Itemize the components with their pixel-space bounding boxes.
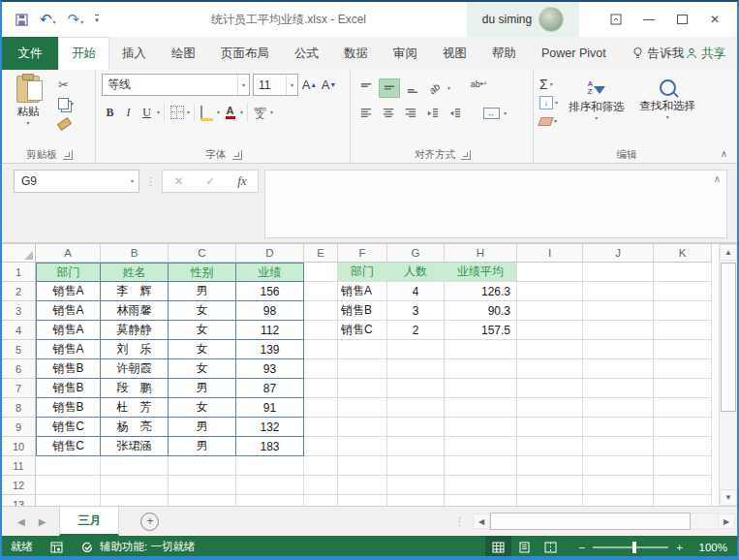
vertical-scrollbar[interactable]: ▲ ▼ [719,244,737,506]
cell-E10[interactable] [304,437,338,456]
cell-H5[interactable] [445,340,517,359]
cell-D6[interactable]: 93 [236,359,304,379]
redo-button[interactable]: ↷ ▾ [68,13,84,26]
cell-E11[interactable] [304,456,338,476]
cell-C4[interactable]: 女 [169,321,236,340]
cell-D5[interactable]: 139 [236,340,304,359]
row-header-10[interactable]: 10 [2,437,36,456]
share-button[interactable]: 共享 [686,37,725,70]
cell-B8[interactable]: 杜 芳 [101,398,169,418]
cell-E7[interactable] [304,379,338,398]
cell-H8[interactable] [445,398,517,418]
cell-E8[interactable] [304,398,338,418]
cell-B6[interactable]: 许朝霞 [101,359,169,379]
row-header-12[interactable]: 12 [2,476,36,495]
row-header-13[interactable]: 13 [2,495,36,506]
cell-J2[interactable] [583,282,654,301]
avatar[interactable] [539,7,564,32]
page-layout-view-button[interactable] [511,536,538,558]
cell-J8[interactable] [583,398,654,418]
row-header-3[interactable]: 3 [2,301,36,321]
new-sheet-button[interactable]: + [140,513,159,531]
cell-H1[interactable]: 业绩平均 [445,263,517,282]
autosum-button[interactable]: Σ▾ [539,77,558,92]
cell-F12[interactable] [338,476,387,495]
select-all-corner[interactable] [2,244,36,263]
undo-button[interactable]: ↶ ▾ [40,13,56,26]
tab-8[interactable]: 帮助 [479,37,529,70]
collapse-ribbon-button[interactable]: ∧ [721,148,727,159]
cell-E6[interactable] [304,359,338,379]
cell-B3[interactable]: 林雨馨 [101,301,169,321]
find-select-button[interactable]: 查找和选择 ▾ [635,74,701,121]
alignment-dialog-launcher[interactable] [461,150,471,160]
increase-font-size-button[interactable]: A▲ [301,76,318,94]
cell-E12[interactable] [304,476,338,495]
cell-E2[interactable] [304,282,338,301]
cell-D2[interactable]: 156 [236,282,304,301]
confirm-entry-button[interactable]: ✓ [205,174,215,188]
tab-3[interactable]: 页面布局 [208,37,282,70]
cell-I10[interactable] [517,437,583,456]
cell-C6[interactable]: 女 [169,359,236,379]
cell-B12[interactable] [101,476,169,495]
ribbon-display-options-button[interactable] [600,2,632,37]
cell-I4[interactable] [517,321,583,340]
cell-F3[interactable]: 销售B [338,301,387,321]
cell-B2[interactable]: 李 辉 [101,282,169,301]
cell-C9[interactable]: 男 [169,418,236,437]
cell-F1[interactable]: 部门 [338,263,387,282]
cell-A8[interactable]: 销售B [36,398,101,418]
cell-E4[interactable] [304,321,338,340]
cell-D7[interactable]: 87 [236,379,304,398]
cell-B10[interactable]: 张珺涵 [101,437,169,456]
row-header-7[interactable]: 7 [2,379,36,398]
cell-D4[interactable]: 112 [236,321,304,340]
cell-J13[interactable] [583,495,654,506]
vertical-scroll-thumb[interactable] [721,263,736,412]
row-header-1[interactable]: 1 [2,263,36,282]
next-sheet-icon[interactable]: ▶ [39,516,46,527]
cell-A3[interactable]: 销售A [36,301,101,321]
cell-J11[interactable] [583,456,654,476]
cell-A2[interactable]: 销售A [36,282,101,301]
phonetic-guide-button[interactable]: wén 文 [252,104,268,122]
cell-I5[interactable] [517,340,583,359]
save-button[interactable] [15,14,28,26]
scroll-up-icon[interactable]: ▲ [720,244,737,261]
tab-9[interactable]: Power Pivot [529,37,619,70]
underline-dropdown-icon[interactable]: ▾ [157,109,160,116]
name-box[interactable]: G9 ▾ [14,170,139,193]
col-header-J[interactable]: J [583,244,654,263]
cell-B7[interactable]: 段 鹏 [101,379,169,398]
cell-J1[interactable] [583,263,654,282]
orientation-button[interactable]: ab [425,79,445,97]
top-align-button[interactable] [356,79,376,97]
cell-F11[interactable] [338,456,387,476]
cell-G4[interactable]: 2 [387,321,445,340]
account-badge[interactable]: du siming [467,2,579,37]
redo-dropdown-icon[interactable]: ▾ [80,18,83,26]
sheet-tab-active[interactable]: 三月 [59,507,119,536]
cell-A9[interactable]: 销售C [36,418,101,437]
tab-5[interactable]: 数据 [331,37,381,70]
sort-filter-button[interactable]: AZ 排序和筛选 ▾ [564,74,630,122]
cell-J3[interactable] [583,301,654,321]
cell-A7[interactable]: 销售B [36,379,101,398]
cell-G7[interactable] [387,379,445,398]
tab-2[interactable]: 绘图 [159,37,208,70]
merge-center-dropdown-icon[interactable]: ▾ [504,109,507,117]
col-header-B[interactable]: B [101,244,169,263]
cell-H3[interactable]: 90.3 [445,301,517,321]
cell-E3[interactable] [304,301,338,321]
cell-B4[interactable]: 莫静静 [101,321,169,340]
col-header-E[interactable]: E [304,244,338,263]
cell-G5[interactable] [387,340,445,359]
font-name-dropdown-icon[interactable]: ▾ [237,75,249,95]
orientation-dropdown-icon[interactable]: ▾ [447,84,450,92]
row-header-9[interactable]: 9 [2,418,36,437]
cell-D13[interactable] [236,495,304,506]
name-box-dropdown-icon[interactable]: ▾ [131,177,139,185]
cell-D3[interactable]: 98 [236,301,304,321]
zoom-slider[interactable] [593,546,668,548]
